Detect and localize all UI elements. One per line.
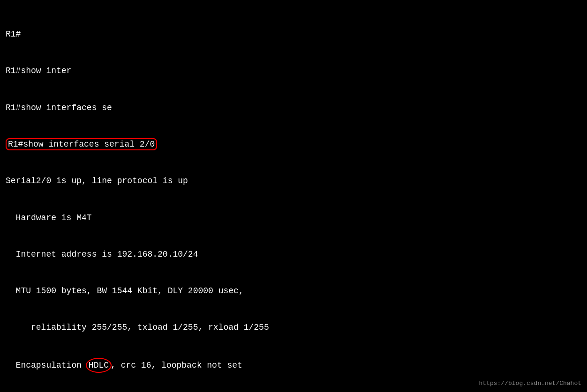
terminal-output: R1# R1#show inter R1#show interfaces se … — [6, 4, 581, 392]
line-7: Internet address is 192.168.20.10/24 — [6, 248, 581, 260]
line-6: Hardware is M4T — [6, 212, 581, 224]
hdlc-annotation: HDLC — [86, 358, 112, 373]
line-1: R1# — [6, 28, 581, 40]
line-4-highlighted: R1#show interfaces serial 2/0 — [6, 138, 581, 150]
line-3: R1#show interfaces se — [6, 102, 581, 114]
line-5: Serial2/0 is up, line protocol is up — [6, 175, 581, 187]
line-8: MTU 1500 bytes, BW 1544 Kbit, DLY 20000 … — [6, 285, 581, 297]
line-9: reliability 255/255, txload 1/255, rxloa… — [6, 321, 581, 333]
line-2: R1#show inter — [6, 65, 581, 77]
line-10-hdlc: Encapsulation HDLC, crc 16, loopback not… — [6, 358, 581, 372]
command-highlight: R1#show interfaces serial 2/0 — [6, 138, 157, 150]
watermark-text: https://blog.csdn.net/Chahot — [479, 379, 581, 388]
